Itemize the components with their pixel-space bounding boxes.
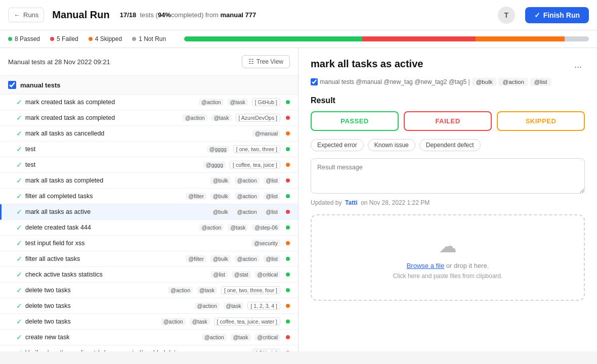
updated-user: Tatti (345, 199, 357, 206)
upload-area[interactable]: ☁ Browse a file or drop it here. Click h… (311, 214, 585, 301)
test-row[interactable]: ✓test input field for xss@security (0, 236, 298, 251)
test-name: mark all tasks as cancelledd (25, 130, 249, 137)
test-name: delete created task 444 (25, 224, 196, 231)
error-tag[interactable]: Dependent defect (419, 139, 481, 151)
tag-bulk: @bulk (472, 78, 497, 86)
test-tag: @bulk (210, 193, 231, 200)
stat-failed: 5 Failed (50, 35, 78, 42)
status-dot (286, 304, 290, 308)
test-tag: @gggg (207, 146, 229, 153)
check-icon: ✓ (16, 349, 22, 351)
test-row[interactable]: ✓test@gggg[ coffee, tea, juice ] (0, 157, 298, 173)
test-row[interactable]: ✓delete two tasks@action@task[ one, two,… (0, 283, 298, 298)
test-tag: @security (251, 240, 280, 247)
test-row[interactable]: ✓delete two tasks@action@task[ 1, 2, 3, … (0, 298, 298, 314)
updated-on: on Nov 28, 2022 1:22 PM (361, 199, 430, 206)
check-icon: ✓ (16, 270, 22, 279)
group-name: manual tests (20, 81, 60, 89)
check-icon: ✓ (16, 255, 22, 263)
check-icon: ✓ (16, 208, 22, 216)
test-name: test (25, 146, 203, 153)
passed-button[interactable]: PASSED (311, 111, 399, 131)
error-tag[interactable]: Known issue (368, 139, 415, 151)
test-row[interactable]: ✓filter all completed tasks@filter@bulk@… (0, 189, 298, 204)
test-row[interactable]: ✓mark all tasks as completed@bulk@action… (0, 173, 298, 189)
check-icon: ✓ (16, 114, 22, 122)
check-icon: ✓ (16, 176, 22, 185)
run-pct: 94% (158, 11, 171, 19)
check-icon: ✓ (16, 161, 22, 169)
test-row[interactable]: ✓mark all tasks as active@bulk@action@li… (0, 204, 298, 220)
status-dot (286, 131, 290, 135)
failed-count: 5 Failed (57, 35, 78, 42)
test-name: mark created task as completed (25, 99, 195, 106)
integration-tag: [ AzureDevOps ] (236, 114, 280, 122)
page-title: Manual Run (52, 9, 109, 21)
finish-run-button[interactable]: ✓ Finish Run (525, 7, 589, 23)
test-tag: @action (235, 208, 260, 215)
test-row[interactable]: ✓filter all active tasks@filter@bulk@act… (0, 251, 298, 267)
more-options-button[interactable]: ··· (571, 61, 585, 73)
check-icon: ✓ (16, 286, 22, 294)
back-button[interactable]: ← Runs (8, 8, 44, 22)
skipped-count: 4 Skipped (95, 35, 122, 42)
run-suite: manual 777 (220, 11, 256, 19)
error-tags: Expected errorKnown issueDependent defec… (311, 139, 585, 151)
test-name: mark all tasks as completed (25, 177, 207, 184)
test-row[interactable]: ✓delete created task 444@action@task@ste… (0, 220, 298, 236)
result-message-textarea[interactable] (311, 158, 585, 194)
test-name: test input field for xss (25, 240, 248, 247)
result-label: Result (311, 96, 585, 105)
check-icon: ✓ (16, 317, 22, 326)
status-dot (286, 288, 290, 292)
test-row[interactable]: ✓Verify when the applicant (who requeste… (0, 345, 298, 351)
test-group-header: manual tests (0, 76, 298, 95)
stat-passed: 8 Passed (8, 35, 40, 42)
main-layout: Manual tests at 28 Nov 2022 09:21 ☷ Tree… (0, 48, 597, 351)
check-icon: ✓ (16, 302, 22, 310)
status-dot (286, 163, 290, 167)
right-title: mark all tasks as active (311, 58, 423, 70)
status-dot (286, 147, 290, 151)
integration-tag: [ GitHub ] (252, 98, 280, 106)
status-dot (286, 225, 290, 230)
group-checkbox[interactable] (8, 81, 16, 89)
right-checkbox[interactable] (311, 78, 318, 85)
test-row[interactable]: ✓mark created task as completed@action@t… (0, 95, 298, 110)
test-row[interactable]: ✓test@gggg[ one, two, three ] (0, 142, 298, 157)
progress-red (362, 36, 476, 41)
progress-orange (476, 36, 565, 41)
result-buttons: PASSED FAILED SKIPPED (311, 111, 585, 131)
test-tag: @list (264, 208, 281, 215)
right-tags: manual tests @manual @new_tag @new_tag2 … (311, 78, 585, 86)
progress-green (184, 36, 362, 41)
updated-text: Updated by Tatti on Nov 28, 2022 1:22 PM (311, 199, 585, 206)
integration-tag: [ Github ] (252, 349, 280, 351)
stats-bar: 8 Passed 5 Failed 4 Skipped 1 Not Run (0, 30, 597, 48)
tree-view-button[interactable]: ☷ Tree View (242, 55, 290, 68)
test-tag: @gggg (203, 161, 226, 168)
status-dot (286, 116, 290, 120)
test-row[interactable]: ✓create new task@action@task@critical (0, 330, 298, 345)
test-row[interactable]: ✓mark created task as completed@action@t… (0, 110, 298, 126)
status-dot (286, 257, 290, 261)
skipped-button[interactable]: SKIPPED (497, 111, 585, 131)
upload-text1: or drop it here. (446, 262, 489, 269)
tag-action: @action (498, 78, 528, 86)
tag-list: @list (530, 78, 551, 86)
check-icon: ✓ (16, 129, 22, 138)
test-row[interactable]: ✓mark all tasks as cancelledd@manual (0, 126, 298, 142)
breadcrumb-plain: manual tests @manual @new_tag @new_tag2 … (320, 78, 470, 85)
left-panel-header: Manual tests at 28 Nov 2022 09:21 ☷ Tree… (0, 48, 298, 76)
test-tag: @critical (255, 271, 280, 278)
error-tag[interactable]: Expected error (311, 139, 364, 151)
test-row[interactable]: ✓delete two tasks@action@task[ coffee, t… (0, 314, 298, 330)
test-row[interactable]: ✓check active tasks statistics@list@stat… (0, 267, 298, 283)
not-run-dot (132, 37, 136, 41)
progress-bar (184, 36, 589, 41)
bracket-tag: [ one, two, three, four ] (221, 286, 280, 294)
browse-file-link[interactable]: Browse a file (407, 262, 444, 269)
test-tag: @bulk (210, 255, 231, 262)
status-dot (286, 194, 290, 198)
failed-button[interactable]: FAILED (404, 111, 492, 131)
